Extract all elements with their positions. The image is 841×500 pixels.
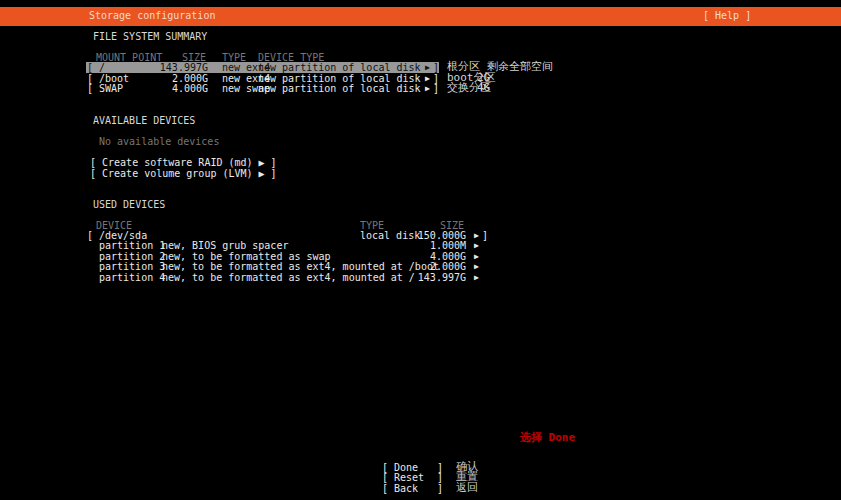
reset-button[interactable]: Reset (394, 472, 424, 483)
done-button[interactable]: Done (394, 462, 418, 473)
available-devices-section-title-row: AVAILABLE DEVICES (0, 115, 841, 126)
fs-row-swap[interactable]: [ SWAP 4.000G new swap new partition of … (0, 83, 841, 94)
create-volume-group-button[interactable]: [ Create volume group (LVM) ▶ ] (90, 168, 277, 179)
used-devices-header-row: DEVICE TYPE SIZE (0, 220, 841, 231)
mount-point-value: SWAP (99, 83, 123, 94)
fs-row-boot[interactable]: [ /boot 2.000G new ext4 new partition of… (0, 73, 841, 84)
device-type-value: new partition of local disk (258, 73, 421, 84)
open-bracket: [ (382, 472, 388, 483)
close-bracket: ] (433, 73, 439, 84)
col-header-device: DEVICE (96, 220, 132, 231)
size-value: 2.000G (130, 73, 208, 84)
size-value: 4.000G (130, 83, 208, 94)
create-raid-row[interactable]: [ Create software RAID (md) ▶ ] (0, 157, 841, 168)
close-bracket: ] (437, 483, 443, 494)
device-type-value: new partition of local disk (258, 83, 421, 94)
done-button-row[interactable]: [ Done ] 确认 (0, 462, 841, 473)
reset-button-row[interactable]: [ Reset ] 重置 (0, 472, 841, 483)
create-software-raid-button[interactable]: [ Create software RAID (md) ▶ ] (90, 157, 277, 168)
no-available-devices-label: No available devices (99, 136, 219, 147)
used-row-partition-2[interactable]: partition 2 new, to be formatted as swap… (0, 251, 841, 262)
section-title-file-system-summary: FILE SYSTEM SUMMARY (93, 31, 207, 42)
row-expand-arrow-icon: ▶ (474, 240, 479, 251)
close-bracket: ] (437, 472, 443, 483)
page-title: Storage configuration (89, 10, 215, 21)
open-bracket: [ (87, 230, 93, 241)
open-bracket: [ (87, 73, 93, 84)
size-value: 143.997G (388, 272, 466, 283)
title-bar: Storage configuration [ Help ] (0, 7, 841, 26)
open-bracket: [ (382, 483, 388, 494)
open-bracket: [ (87, 83, 93, 94)
row-expand-arrow-icon: ▶ (474, 251, 479, 262)
partition-name: partition 4 (99, 272, 165, 283)
section-title-available-devices: AVAILABLE DEVICES (93, 115, 195, 126)
row-expand-arrow-icon: ▶ (425, 83, 430, 94)
partition-name: partition 2 (99, 251, 165, 262)
annotation-swap-size: 4G (477, 82, 490, 93)
fs-summary-section-title-row: FILE SYSTEM SUMMARY (0, 31, 841, 42)
help-button[interactable]: [ Help ] (703, 10, 751, 21)
partition-description: new, to be formatted as swap (162, 251, 331, 262)
mount-point-value: /boot (99, 73, 129, 84)
section-title-used-devices: USED DEVICES (93, 199, 165, 210)
select-done-annotation-row: 选择 Done (0, 432, 841, 446)
used-row-partition-1[interactable]: partition 1 new, BIOS grub spacer 1.000M… (0, 240, 841, 251)
row-expand-arrow-icon: ▶ (474, 230, 479, 241)
row-expand-arrow-icon: ▶ (425, 73, 430, 84)
open-bracket: [ (382, 462, 388, 473)
back-button-row[interactable]: [ Back ] 返回 (0, 483, 841, 494)
close-bracket: ] (482, 230, 488, 241)
used-devices-section-title-row: USED DEVICES (0, 199, 841, 210)
used-row-partition-3[interactable]: partition 3 new, to be formatted as ext4… (0, 261, 841, 272)
open-bracket: [ (87, 62, 93, 73)
partition-name: partition 3 (99, 261, 165, 272)
create-lvm-row[interactable]: [ Create volume group (LVM) ▶ ] (0, 168, 841, 179)
size-value: 2.000G (388, 261, 466, 272)
partition-name: partition 1 (99, 240, 165, 251)
size-value: 1.000M (388, 240, 466, 251)
size-value: 150.000G (388, 230, 466, 241)
installer-screen: Storage configuration [ Help ] FILE SYST… (0, 0, 841, 500)
partition-description: new, to be formatted as ext4, mounted at… (162, 272, 415, 283)
close-bracket: ] (433, 83, 439, 94)
row-expand-arrow-icon: ▶ (474, 261, 479, 272)
close-bracket: ] (437, 462, 443, 473)
col-header-type: TYPE (360, 220, 384, 231)
row-expand-arrow-icon: ▶ (425, 62, 430, 73)
select-done-annotation: 选择 Done (520, 432, 575, 443)
close-bracket: ] (433, 62, 439, 73)
fs-row-root[interactable]: [ / 143.997G new ext4 new partition of l… (0, 62, 841, 73)
no-available-devices-row: No available devices (0, 136, 841, 147)
size-value: 143.997G (130, 62, 208, 73)
back-button-annotation: 返回 (456, 482, 478, 493)
size-value: 4.000G (388, 251, 466, 262)
col-header-size: SIZE (440, 220, 464, 231)
back-button[interactable]: Back (394, 483, 418, 494)
partition-description: new, BIOS grub spacer (162, 240, 288, 251)
annotation-remaining-space: 剩余全部空间 (487, 61, 553, 72)
device-type-value: new partition of local disk (258, 62, 421, 73)
mount-point-value: / (99, 62, 105, 73)
used-row-disk-sda[interactable]: [ /dev/sda local disk 150.000G ▶ ] (0, 230, 841, 241)
row-expand-arrow-icon: ▶ (474, 272, 479, 283)
device-name: /dev/sda (99, 230, 147, 241)
used-row-partition-4[interactable]: partition 4 new, to be formatted as ext4… (0, 272, 841, 283)
